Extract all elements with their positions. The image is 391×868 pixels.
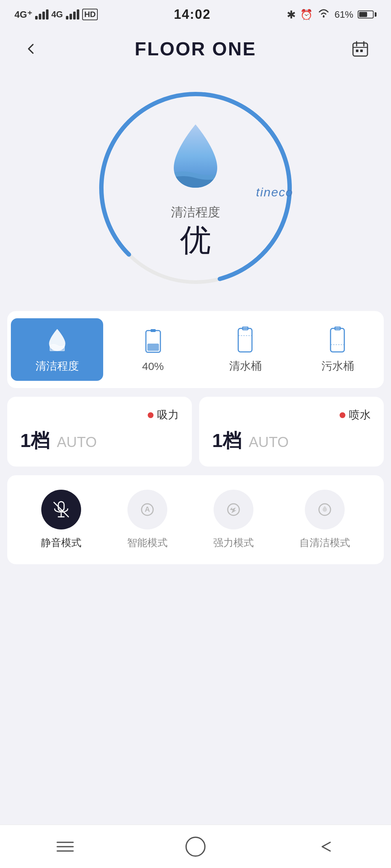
suction-auto: AUTO <box>57 434 97 450</box>
suction-dot <box>148 412 154 418</box>
svg-rect-11 <box>147 344 159 351</box>
hd-label: HD <box>82 9 98 20</box>
status-right: ✱ ⏰ 61% <box>287 8 377 21</box>
mode-section: 静音模式 A 智能模式 强力模式 <box>7 475 384 564</box>
selfclean-mode-label: 自清洁模式 <box>299 536 350 550</box>
tab-clean-tank-label: 清水桶 <box>229 359 262 374</box>
spray-label: 喷水 <box>212 408 371 422</box>
tab-clean-label: 清洁程度 <box>35 359 79 374</box>
svg-rect-10 <box>151 329 156 332</box>
svg-rect-15 <box>331 328 344 352</box>
tab-clean-tank[interactable]: 清水桶 <box>199 318 291 381</box>
circle-section: 清洁程度 优 tineco <box>0 69 391 311</box>
bottom-nav <box>0 825 391 868</box>
dirty-tank-icon <box>325 326 350 354</box>
control-section: 吸力 1档 AUTO 喷水 1档 AUTO <box>7 397 384 467</box>
circle-inner: 清洁程度 优 <box>163 121 228 255</box>
battery-tab-icon <box>140 327 166 356</box>
clean-label: 清洁程度 <box>171 204 220 221</box>
wifi-icon <box>317 8 330 21</box>
mode-selfclean[interactable]: 自清洁模式 <box>299 490 350 550</box>
selfclean-icon-circle <box>305 490 345 529</box>
smart-mode-label: 智能模式 <box>127 536 168 550</box>
microphone-off-icon <box>51 499 71 520</box>
suction-value-row: 1档 AUTO <box>20 428 179 454</box>
tab-dirty-tank[interactable]: 污水桶 <box>291 318 384 381</box>
nav-menu[interactable] <box>43 832 87 861</box>
mode-smart[interactable]: A 智能模式 <box>127 490 168 550</box>
silent-icon-circle <box>41 490 81 529</box>
svg-rect-6 <box>360 50 363 52</box>
svg-rect-5 <box>356 50 358 52</box>
circle-container: 清洁程度 优 tineco <box>91 83 300 293</box>
suction-label: 吸力 <box>20 408 179 422</box>
nav-home[interactable] <box>174 832 217 861</box>
spray-value-row: 1档 AUTO <box>212 428 371 454</box>
status-left: 4G⁺ 4G HD <box>14 9 98 20</box>
svg-point-29 <box>186 837 205 856</box>
header: FLOOR ONE <box>0 29 391 69</box>
tab-clean-level[interactable]: 清洁程度 <box>11 318 103 381</box>
suction-card[interactable]: 吸力 1档 AUTO <box>7 397 192 467</box>
svg-point-0 <box>323 16 324 17</box>
spray-gear: 1档 <box>212 428 241 454</box>
mode-silent[interactable]: 静音模式 <box>41 490 81 550</box>
signal-bars <box>35 9 49 20</box>
svg-rect-1 <box>353 43 367 56</box>
silent-mode-label: 静音模式 <box>41 536 81 550</box>
power-mode-icon <box>223 499 244 520</box>
suction-gear: 1档 <box>20 428 50 454</box>
clean-level-icon <box>45 326 70 354</box>
water-drop-icon <box>163 121 228 197</box>
clean-tank-icon <box>233 326 258 354</box>
spray-text: 喷水 <box>349 408 371 422</box>
battery-percent: 61% <box>335 9 353 20</box>
back-button[interactable] <box>18 36 43 61</box>
smart-icon-circle: A <box>127 490 167 529</box>
nav-back[interactable] <box>304 832 348 861</box>
mode-power[interactable]: 强力模式 <box>213 490 254 550</box>
spray-auto: AUTO <box>249 434 289 450</box>
alarm-icon: ⏰ <box>300 9 313 21</box>
tab-dirty-tank-label: 污水桶 <box>321 359 354 374</box>
clean-value: 优 <box>180 224 211 255</box>
tineco-brand: tineco <box>256 185 293 199</box>
battery-icon <box>358 10 377 18</box>
status-bar: 4G⁺ 4G HD 14:02 ✱ ⏰ <box>0 0 391 29</box>
self-clean-icon <box>315 499 335 520</box>
svg-text:A: A <box>145 505 150 513</box>
smart-mode-icon: A <box>137 499 157 520</box>
network-label-2: 4G <box>51 9 63 20</box>
mode-grid: 静音模式 A 智能模式 强力模式 <box>18 490 373 550</box>
spray-card[interactable]: 喷水 1档 AUTO <box>199 397 384 467</box>
suction-text: 吸力 <box>157 408 179 422</box>
power-mode-label: 强力模式 <box>213 536 254 550</box>
svg-rect-12 <box>238 328 252 352</box>
tab-battery[interactable]: 40% <box>107 318 199 381</box>
network-label: 4G⁺ <box>14 9 32 20</box>
power-icon-circle <box>214 490 253 529</box>
spray-dot <box>340 412 345 418</box>
tab-section: 清洁程度 40% 清水桶 <box>7 311 384 388</box>
bluetooth-icon: ✱ <box>287 8 296 21</box>
calendar-button[interactable] <box>348 36 373 61</box>
status-time: 14:02 <box>174 7 211 22</box>
signal-bars-2 <box>66 9 79 20</box>
page-title: FLOOR ONE <box>135 38 256 60</box>
tab-battery-label: 40% <box>142 360 164 373</box>
